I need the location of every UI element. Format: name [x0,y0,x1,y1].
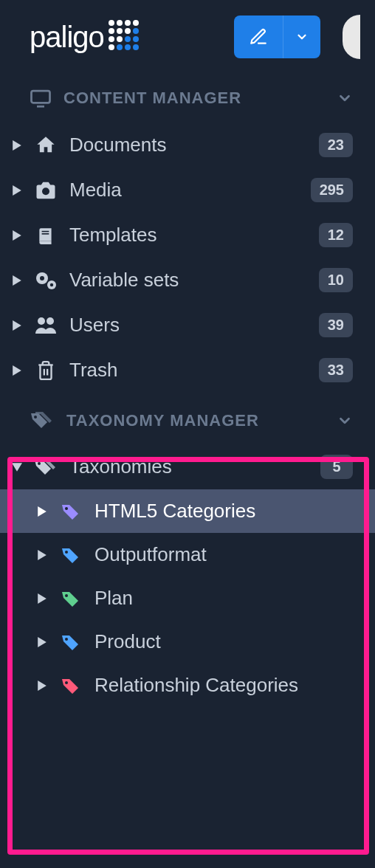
caret-right-icon[interactable] [12,320,22,331]
taxonomy-item[interactable]: Product [0,620,375,664]
brand-logo[interactable]: paligo [30,21,219,54]
caret-right-icon[interactable] [12,140,22,151]
brand-text: paligo [30,21,104,54]
caret-right-icon[interactable] [37,637,47,647]
svg-point-15 [47,317,54,325]
taxonomy-manager-title: TAXONOMY MANAGER [66,411,325,430]
svg-marker-13 [13,320,21,331]
svg-point-29 [65,638,68,641]
content-manager-header[interactable]: CONTENT MANAGER [0,74,375,123]
taxonomy-manager-header[interactable]: TAXONOMY MANAGER [0,397,375,444]
svg-point-25 [65,551,68,554]
sidebar-item-label: Media [69,179,300,202]
svg-marker-16 [13,365,21,376]
sidebar-item-users[interactable]: Users 39 [0,303,375,348]
sidebar-item-label: Templates [69,224,309,247]
sidebar-item-media[interactable]: Media 295 [0,168,375,213]
svg-marker-30 [38,681,47,691]
svg-rect-0 [32,91,50,103]
tag-icon [58,633,84,651]
count-badge: 23 [319,133,353,157]
content-manager-title: CONTENT MANAGER [63,89,325,108]
svg-marker-26 [38,593,47,604]
taxonomy-item[interactable]: Outputformat [0,533,375,576]
camera-icon [32,181,59,200]
tag-icon [58,503,84,520]
sidebar-item-label: Users [69,314,309,337]
caret-right-icon[interactable] [12,185,22,196]
caret-right-icon[interactable] [37,550,47,560]
sidebar-item-taxonomies[interactable]: Taxonomies 5 [0,444,375,489]
sidebar-item-trash[interactable]: Trash 33 [0,348,375,393]
svg-point-14 [38,317,45,325]
taxonomy-item[interactable]: HTML5 Categories [0,489,375,533]
svg-point-19 [34,416,37,418]
svg-marker-3 [13,185,21,196]
sidebar-item-label: Variable sets [69,269,309,292]
caret-right-icon[interactable] [37,593,47,604]
taxonomy-item[interactable]: Relationship Categories [0,664,375,707]
brand-dots-icon [109,20,139,50]
caret-right-icon[interactable] [12,230,22,241]
sidebar-item-templates[interactable]: Templates 12 [0,213,375,258]
count-badge: 39 [319,313,353,337]
svg-point-21 [38,462,41,465]
caret-right-icon[interactable] [12,275,22,286]
svg-marker-2 [13,140,21,151]
caret-right-icon[interactable] [12,365,22,376]
taxonomy-item[interactable]: Plan [0,576,375,620]
tag-icon [58,677,84,695]
svg-point-10 [40,276,44,280]
sidebar-item-label: Trash [69,359,309,382]
count-badge: 10 [319,268,353,292]
caret-right-icon[interactable] [37,506,47,517]
taxonomy-item-label: Outputformat [94,543,353,566]
edit-icon[interactable] [234,16,283,58]
users-icon [32,316,59,335]
edit-button[interactable] [234,16,320,58]
chevron-down-icon[interactable] [337,413,353,429]
taxonomy-item-label: HTML5 Categories [94,500,353,523]
count-badge: 33 [319,358,353,382]
home-icon [32,135,59,156]
taxonomy-item-label: Plan [94,587,353,610]
caret-down-icon[interactable] [12,463,22,472]
sidebar-item-documents[interactable]: Documents 23 [0,123,375,168]
tags-icon [30,410,55,431]
svg-marker-24 [38,550,47,560]
gears-icon [32,270,59,291]
tag-icon [58,546,84,564]
edit-dropdown-toggle[interactable] [283,16,320,58]
tags-icon [32,457,59,478]
trash-icon [32,360,59,381]
book-icon [32,226,59,245]
caret-right-icon[interactable] [37,681,47,691]
monitor-icon [30,87,52,109]
count-badge: 295 [311,178,353,202]
sidebar-item-label: Documents [69,134,309,156]
sidebar-item-label: Taxonomies [69,455,310,478]
svg-marker-5 [13,230,21,241]
taxonomy-item-label: Relationship Categories [94,674,353,697]
avatar[interactable] [343,15,360,59]
svg-marker-20 [12,463,22,472]
taxonomy-item-label: Product [94,630,353,653]
count-badge: 5 [320,455,353,479]
chevron-down-icon [295,30,309,44]
count-badge: 12 [319,223,353,247]
svg-point-23 [65,507,68,510]
sidebar-item-variable-sets[interactable]: Variable sets 10 [0,258,375,303]
chevron-down-icon[interactable] [337,90,353,106]
svg-marker-28 [38,637,47,647]
svg-point-31 [65,681,68,684]
svg-point-12 [50,283,53,286]
svg-point-27 [65,594,68,597]
svg-marker-22 [38,506,47,517]
svg-marker-8 [13,275,21,286]
tag-icon [58,590,84,607]
svg-point-4 [42,187,49,195]
